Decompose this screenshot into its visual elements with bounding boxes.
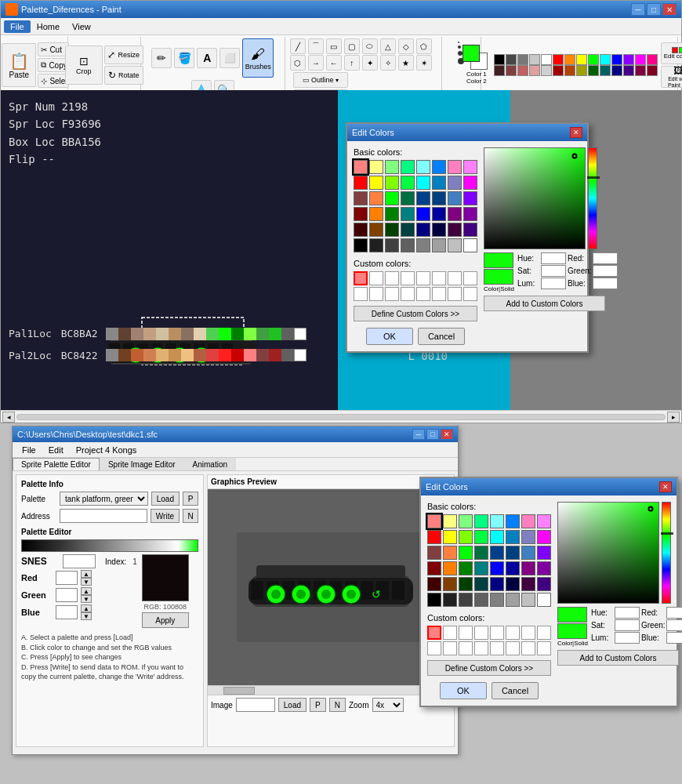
- basic-color-40[interactable]: [427, 593, 441, 607]
- custom-color-cell[interactable]: [432, 271, 446, 285]
- lum-input[interactable]: 122: [541, 278, 566, 289]
- ribbon-color-r1-0[interactable]: [494, 54, 505, 65]
- cancel2-button[interactable]: Cancel: [492, 682, 539, 699]
- basic-color-46[interactable]: [521, 593, 535, 607]
- basic-color-18[interactable]: [459, 546, 473, 560]
- custom2-color-cell[interactable]: [506, 641, 520, 655]
- ribbon-color-r2-9[interactable]: [600, 65, 611, 76]
- basic-color-28[interactable]: [416, 207, 430, 221]
- blue-up[interactable]: ▲: [81, 604, 92, 612]
- custom-color-cell[interactable]: [448, 287, 462, 301]
- basic-color-27[interactable]: [401, 207, 415, 221]
- apply-button[interactable]: Apply: [142, 612, 189, 628]
- custom2-color-cell[interactable]: [537, 641, 551, 655]
- spe-minimize[interactable]: ─: [412, 429, 425, 440]
- write-button[interactable]: Write: [151, 509, 180, 523]
- blue2-input[interactable]: 8: [666, 632, 682, 644]
- basic-color-21[interactable]: [506, 546, 520, 560]
- basic-color-23[interactable]: [463, 191, 477, 205]
- green-channel-input[interactable]: 1: [56, 588, 78, 602]
- basic-color-10[interactable]: [459, 530, 473, 544]
- lum2-input[interactable]: 120: [615, 632, 640, 644]
- basic-color-32[interactable]: [427, 577, 441, 591]
- custom2-color-cell[interactable]: [521, 626, 535, 640]
- gfx-n-button[interactable]: N: [329, 698, 346, 712]
- edit-colors-button[interactable]: Edit colors: [661, 42, 682, 64]
- ribbon-color-r2-6[interactable]: [564, 65, 575, 76]
- basic-color-47[interactable]: [537, 593, 551, 607]
- basic-color-22[interactable]: [448, 191, 462, 205]
- close-button[interactable]: ✕: [662, 3, 677, 16]
- maximize-button[interactable]: □: [647, 3, 661, 16]
- basic-color-34[interactable]: [459, 577, 473, 591]
- custom2-color-cell[interactable]: [443, 641, 457, 655]
- basic-color-20[interactable]: [416, 191, 430, 205]
- custom2-color-cell[interactable]: [490, 641, 504, 655]
- basic-color-45[interactable]: [506, 593, 520, 607]
- basic-color-26[interactable]: [459, 561, 473, 575]
- custom-color-cell[interactable]: [401, 271, 415, 285]
- custom-color-cell[interactable]: [416, 271, 430, 285]
- red-up[interactable]: ▲: [81, 570, 92, 578]
- hue-slider-2[interactable]: [662, 502, 671, 604]
- custom-color-cell[interactable]: [369, 287, 383, 301]
- brushes-button[interactable]: 🖌 Brushes: [242, 38, 274, 78]
- basic-color-9[interactable]: [443, 530, 457, 544]
- shape-star6[interactable]: ✶: [416, 55, 432, 71]
- tab-sprite-image[interactable]: Sprite Image Editor: [100, 458, 184, 470]
- tab-animation[interactable]: Animation: [184, 458, 236, 470]
- basic-color-41[interactable]: [369, 238, 383, 252]
- edit-colors2-close[interactable]: ✕: [659, 481, 672, 492]
- basic-color-39[interactable]: [537, 577, 551, 591]
- green-up[interactable]: ▲: [81, 587, 92, 595]
- basic-color-36[interactable]: [416, 223, 430, 237]
- ribbon-color-r1-3[interactable]: [529, 54, 540, 65]
- color-gradient-area-2[interactable]: [557, 502, 671, 604]
- custom-color-cell[interactable]: [385, 271, 399, 285]
- spe-close[interactable]: ✕: [441, 429, 453, 440]
- basic-color-10[interactable]: [385, 176, 399, 190]
- basic-color-22[interactable]: [521, 546, 535, 560]
- basic-color-33[interactable]: [369, 223, 383, 237]
- shape-hex[interactable]: ⬡: [290, 55, 306, 71]
- paste-button[interactable]: 📋 Paste: [2, 43, 36, 87]
- ribbon-color-r2-0[interactable]: [494, 65, 505, 76]
- basic-color-32[interactable]: [354, 223, 368, 237]
- basic-color-12[interactable]: [490, 530, 504, 544]
- basic-color-43[interactable]: [401, 238, 415, 252]
- ribbon-color-r2-5[interactable]: [553, 65, 564, 76]
- basic-color-39[interactable]: [463, 223, 477, 237]
- blue-down[interactable]: ▼: [81, 612, 92, 620]
- custom2-color-cell[interactable]: [490, 626, 504, 640]
- basic-color-14[interactable]: [448, 176, 462, 190]
- custom2-color-cell[interactable]: [427, 641, 441, 655]
- blue-channel-input[interactable]: 1: [56, 605, 78, 619]
- basic-color-14[interactable]: [521, 530, 535, 544]
- ribbon-color-r2-1[interactable]: [506, 65, 517, 76]
- basic-color-7[interactable]: [463, 160, 477, 174]
- spe-project-menu[interactable]: Project 4 Kongs: [70, 444, 143, 456]
- snes-input[interactable]: 422: [63, 554, 96, 568]
- custom2-color-cell[interactable]: [537, 626, 551, 640]
- n-button[interactable]: N: [183, 509, 198, 523]
- add-to-custom2-button[interactable]: Add to Custom Colors: [557, 650, 679, 666]
- view-menu[interactable]: View: [66, 20, 97, 33]
- load-button[interactable]: Load: [151, 492, 180, 506]
- basic-color-20[interactable]: [490, 546, 504, 560]
- basic-color-17[interactable]: [369, 191, 383, 205]
- basic-color-15[interactable]: [463, 176, 477, 190]
- ribbon-color-r2-10[interactable]: [611, 65, 622, 76]
- basic-color-44[interactable]: [416, 238, 430, 252]
- resize-button[interactable]: ⤢Resize: [104, 45, 143, 64]
- shape-star4[interactable]: ✧: [380, 55, 396, 71]
- ribbon-color-r1-4[interactable]: [541, 54, 552, 65]
- color-gradient-area[interactable]: [484, 147, 597, 249]
- ribbon-color-r1-12[interactable]: [635, 54, 646, 65]
- basic-color-17[interactable]: [443, 546, 457, 560]
- shape-star5[interactable]: ★: [398, 55, 414, 71]
- custom2-color-cell[interactable]: [506, 626, 520, 640]
- basic-color-4[interactable]: [490, 514, 504, 528]
- sat2-input[interactable]: 225: [615, 619, 640, 631]
- basic-color-12[interactable]: [416, 176, 430, 190]
- custom-color-cell[interactable]: [463, 271, 477, 285]
